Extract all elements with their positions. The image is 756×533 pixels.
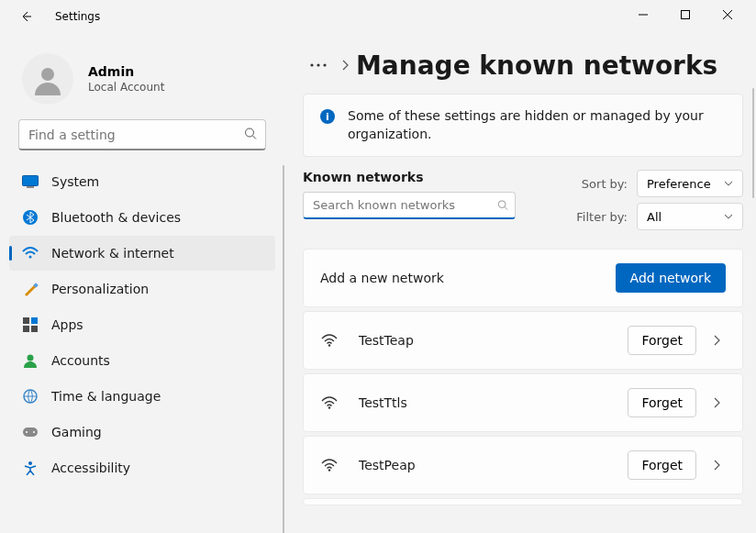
find-setting-search[interactable] — [18, 119, 266, 150]
svg-point-27 — [328, 344, 330, 346]
svg-rect-13 — [31, 317, 38, 324]
svg-point-22 — [310, 63, 313, 66]
minimize-button[interactable] — [622, 0, 664, 29]
chevron-down-icon — [724, 181, 733, 186]
network-item-partial[interactable] — [303, 498, 743, 505]
network-cards: Add a new network Add network TestTeap F… — [303, 249, 743, 505]
back-button[interactable] — [15, 6, 37, 28]
sidebar-item-label: Accessibility — [51, 461, 130, 475]
add-network-label: Add a new network — [320, 271, 444, 285]
network-item[interactable]: TestTtls Forget — [303, 373, 743, 432]
filter-by-label: Filter by: — [576, 210, 628, 224]
gaming-icon — [22, 424, 39, 440]
expand-button[interactable] — [713, 394, 726, 412]
person-icon — [31, 62, 64, 95]
svg-rect-1 — [682, 11, 690, 19]
chevron-right-icon — [713, 397, 720, 408]
sidebar-item-label: Bluetooth & devices — [51, 210, 181, 225]
minimize-icon — [639, 10, 648, 19]
profile-block[interactable]: Admin Local Account — [0, 40, 284, 119]
wifi-icon — [320, 331, 339, 350]
sidebar-item-accessibility[interactable]: Accessibility — [9, 450, 275, 485]
sidebar-item-network[interactable]: Network & internet — [9, 236, 275, 271]
sidebar-item-label: Time & language — [51, 389, 161, 404]
dropdown-value: All — [647, 210, 662, 224]
chevron-right-icon — [341, 57, 349, 74]
svg-point-21 — [28, 461, 32, 465]
expand-button[interactable] — [713, 332, 726, 350]
search-icon — [497, 197, 508, 215]
banner-text: Some of these settings are hidden or man… — [348, 107, 726, 143]
svg-line-6 — [253, 136, 257, 139]
time-language-icon — [22, 388, 39, 405]
org-managed-banner: i Some of these settings are hidden or m… — [303, 94, 743, 157]
profile-name: Admin — [88, 64, 164, 79]
breadcrumb: Manage known networks — [303, 50, 743, 81]
svg-point-28 — [328, 406, 330, 408]
svg-point-10 — [29, 256, 32, 259]
sidebar-item-accounts[interactable]: Accounts — [9, 343, 275, 378]
network-name: TestPeap — [359, 458, 416, 472]
svg-rect-8 — [27, 186, 34, 188]
svg-rect-14 — [23, 326, 29, 332]
sidebar-item-label: Gaming — [51, 425, 102, 439]
filter-by-dropdown[interactable]: All — [637, 203, 743, 230]
sidebar-item-personalization[interactable]: Personalization — [9, 272, 275, 306]
settings-window: Settings Admin Local Account — [0, 0, 756, 533]
network-name: TestTtls — [359, 395, 407, 410]
sidebar-item-apps[interactable]: Apps — [9, 307, 275, 342]
forget-button[interactable]: Forget — [628, 450, 696, 480]
close-icon — [723, 10, 732, 19]
arrow-left-icon — [18, 9, 33, 24]
known-networks-search-input[interactable] — [303, 192, 516, 219]
sidebar-item-label: Accounts — [51, 353, 110, 368]
maximize-icon — [681, 10, 690, 19]
expand-button[interactable] — [713, 457, 726, 474]
sidebar-item-gaming[interactable]: Gaming — [9, 415, 275, 450]
maximize-button[interactable] — [664, 0, 706, 29]
wifi-icon — [320, 456, 339, 474]
svg-point-29 — [328, 469, 330, 471]
window-title: Settings — [55, 10, 100, 23]
forget-button[interactable]: Forget — [628, 388, 696, 417]
svg-point-4 — [41, 68, 54, 81]
find-setting-input[interactable] — [18, 119, 266, 150]
forget-button[interactable]: Forget — [628, 326, 696, 355]
breadcrumb-more-button[interactable] — [303, 50, 334, 81]
known-networks-controls: Known networks Sort by: Preference Filte… — [303, 170, 743, 230]
network-name: TestTeap — [359, 333, 414, 348]
paintbrush-icon — [22, 281, 39, 297]
ellipsis-icon — [310, 63, 327, 67]
titlebar: Settings — [0, 0, 756, 33]
content-scrollbar[interactable] — [752, 88, 754, 198]
window-controls — [622, 0, 749, 33]
network-item[interactable]: TestTeap Forget — [303, 311, 743, 370]
system-icon — [22, 173, 39, 190]
svg-rect-15 — [31, 326, 38, 332]
sidebar: Admin Local Account System Bluetooth & d… — [0, 33, 284, 533]
add-network-card: Add a new network Add network — [303, 249, 743, 307]
profile-text: Admin Local Account — [88, 64, 164, 94]
close-button[interactable] — [706, 0, 749, 29]
network-item[interactable]: TestPeap Forget — [303, 436, 743, 494]
apps-icon — [22, 316, 39, 333]
page-title: Manage known networks — [356, 50, 717, 81]
sidebar-item-label: Personalization — [51, 282, 149, 296]
body: Admin Local Account System Bluetooth & d… — [0, 33, 756, 533]
sidebar-item-time-language[interactable]: Time & language — [9, 379, 275, 414]
svg-point-25 — [498, 201, 506, 208]
sidebar-item-bluetooth[interactable]: Bluetooth & devices — [9, 200, 275, 235]
dropdown-value: Preference — [647, 177, 711, 191]
sort-by-label: Sort by: — [576, 177, 628, 191]
sidebar-item-system[interactable]: System — [9, 164, 275, 199]
profile-subtitle: Local Account — [88, 81, 164, 94]
avatar — [22, 53, 73, 105]
wifi-icon — [320, 394, 339, 412]
svg-rect-18 — [23, 428, 38, 437]
add-network-button[interactable]: Add network — [616, 263, 726, 293]
known-networks-search[interactable] — [303, 192, 516, 219]
svg-point-20 — [33, 431, 35, 433]
sort-by-dropdown[interactable]: Preference — [637, 170, 743, 197]
svg-point-23 — [317, 63, 319, 66]
sidebar-item-label: System — [51, 174, 99, 189]
